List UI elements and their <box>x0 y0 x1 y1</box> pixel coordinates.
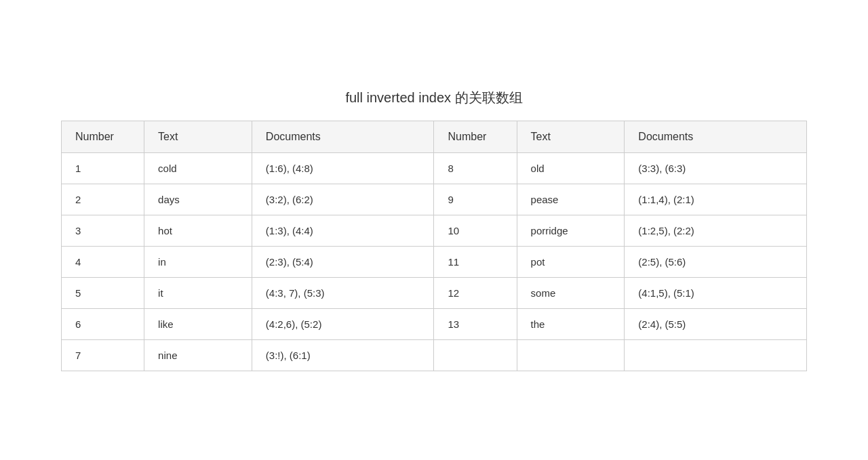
header-text-left: Text <box>144 121 252 153</box>
cell-number-right: 11 <box>434 247 517 278</box>
cell-number-right: 10 <box>434 215 517 247</box>
cell-number-right: 8 <box>434 153 517 184</box>
cell-text-right: pot <box>517 247 625 278</box>
table-body: 1 cold (1:6), (4:8) 8 old (3:3), (6:3) 2… <box>62 153 807 371</box>
cell-text-left: hot <box>144 215 252 247</box>
cell-number-left: 5 <box>62 278 144 309</box>
cell-documents-right: (1:1,4), (2:1) <box>625 184 807 215</box>
table-row: 5 it (4:3, 7), (5:3) 12 some (4:1,5), (5… <box>62 278 807 309</box>
page-title: full inverted index 的关联数组 <box>61 89 807 107</box>
table-row: 3 hot (1:3), (4:4) 10 porridge (1:2,5), … <box>62 215 807 247</box>
cell-documents-left: (3:!), (6:1) <box>252 340 434 371</box>
cell-number-left: 7 <box>62 340 144 371</box>
cell-text-left: days <box>144 184 252 215</box>
main-container: full inverted index 的关联数组 Number Text Do… <box>61 89 807 371</box>
table-row: 4 in (2:3), (5:4) 11 pot (2:5), (5:6) <box>62 247 807 278</box>
cell-documents-left: (4:3, 7), (5:3) <box>252 278 434 309</box>
cell-number-left: 1 <box>62 153 144 184</box>
cell-documents-right: (2:5), (5:6) <box>625 247 807 278</box>
table-row: 1 cold (1:6), (4:8) 8 old (3:3), (6:3) <box>62 153 807 184</box>
table-row: 7 nine (3:!), (6:1) <box>62 340 807 371</box>
cell-text-left: in <box>144 247 252 278</box>
cell-text-left: like <box>144 309 252 340</box>
cell-text-right: old <box>517 153 625 184</box>
table-row: 6 like (4:2,6), (5:2) 13 the (2:4), (5:5… <box>62 309 807 340</box>
table-row: 2 days (3:2), (6:2) 9 pease (1:1,4), (2:… <box>62 184 807 215</box>
cell-documents-left: (1:6), (4:8) <box>252 153 434 184</box>
cell-text-right <box>517 340 625 371</box>
cell-documents-left: (2:3), (5:4) <box>252 247 434 278</box>
header-documents-left: Documents <box>252 121 434 153</box>
cell-number-right: 9 <box>434 184 517 215</box>
cell-documents-left: (3:2), (6:2) <box>252 184 434 215</box>
cell-number-right <box>434 340 517 371</box>
cell-text-right: pease <box>517 184 625 215</box>
cell-text-right: porridge <box>517 215 625 247</box>
inverted-index-table: Number Text Documents Number Text Docume… <box>61 121 807 371</box>
cell-documents-left: (4:2,6), (5:2) <box>252 309 434 340</box>
cell-number-left: 3 <box>62 215 144 247</box>
cell-text-left: nine <box>144 340 252 371</box>
cell-number-right: 12 <box>434 278 517 309</box>
cell-text-left: it <box>144 278 252 309</box>
cell-documents-right: (4:1,5), (5:1) <box>625 278 807 309</box>
cell-number-left: 6 <box>62 309 144 340</box>
cell-documents-left: (1:3), (4:4) <box>252 215 434 247</box>
cell-documents-right: (1:2,5), (2:2) <box>625 215 807 247</box>
cell-text-left: cold <box>144 153 252 184</box>
cell-number-left: 4 <box>62 247 144 278</box>
header-number-right: Number <box>434 121 517 153</box>
cell-text-right: the <box>517 309 625 340</box>
cell-number-left: 2 <box>62 184 144 215</box>
table-header-row: Number Text Documents Number Text Docume… <box>62 121 807 153</box>
header-documents-right: Documents <box>625 121 807 153</box>
cell-documents-right: (2:4), (5:5) <box>625 309 807 340</box>
cell-number-right: 13 <box>434 309 517 340</box>
header-number-left: Number <box>62 121 144 153</box>
header-text-right: Text <box>517 121 625 153</box>
cell-text-right: some <box>517 278 625 309</box>
cell-documents-right: (3:3), (6:3) <box>625 153 807 184</box>
cell-documents-right <box>625 340 807 371</box>
